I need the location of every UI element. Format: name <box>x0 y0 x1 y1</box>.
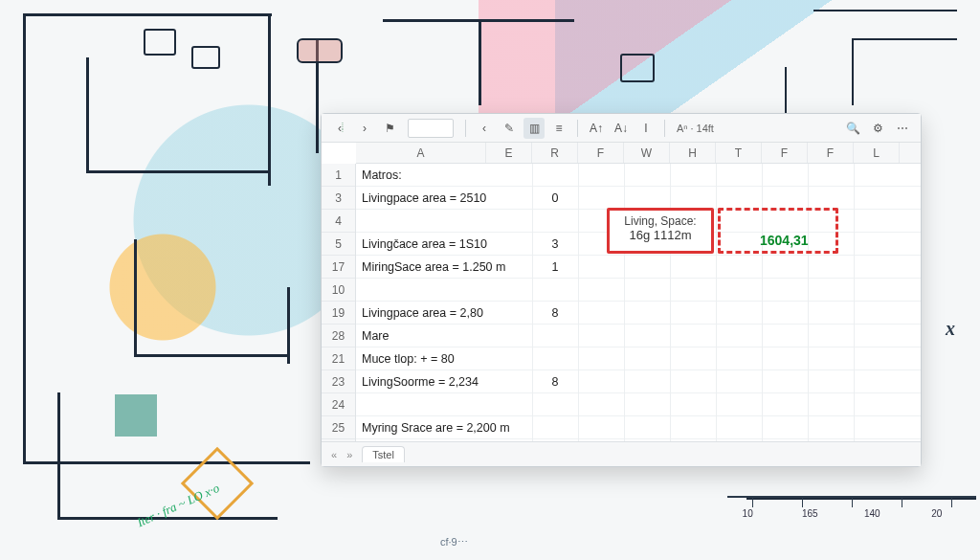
ruler-tick-label: 20 <box>931 509 942 519</box>
table-row[interactable]: Myring Srace are = 2,200 m <box>356 416 921 439</box>
name-box[interactable] <box>408 119 454 138</box>
row-header[interactable]: 23 <box>322 370 355 393</box>
row-headers[interactable]: 1 3 4 5 17 10 19 28 21 23 24 25 26 <box>322 164 356 441</box>
row-header[interactable]: 3 <box>322 187 355 210</box>
column-header[interactable]: R <box>532 143 578 163</box>
row-header[interactable]: 17 <box>322 256 355 279</box>
cell-value[interactable]: 3 <box>532 233 578 255</box>
highlight-result: 1604,31 <box>760 233 809 248</box>
cell-value[interactable]: 1 <box>532 256 578 278</box>
cell-grid[interactable]: A E R F W H T F F L M C D 1 3 4 5 17 10 … <box>322 143 921 441</box>
cell-value[interactable]: 0 <box>532 187 578 209</box>
table-row[interactable] <box>356 393 921 416</box>
ruler-tick-label: 140 <box>864 509 880 519</box>
row-header[interactable]: 10 <box>322 279 355 302</box>
table-row[interactable]: LivingSoorme = 2,2348 <box>356 370 921 393</box>
cells-area[interactable]: Matros: Livingpace area = 25100 Livingča… <box>356 164 921 441</box>
pen-icon[interactable]: ✎ <box>499 118 520 139</box>
table-row[interactable]: Muce tlop: + = 80 <box>356 347 921 370</box>
row-header[interactable]: 21 <box>322 347 355 370</box>
cell-text[interactable]: Livingčace area = 1S10 <box>356 233 532 255</box>
cell-text[interactable]: Muce tlop: + = 80 <box>356 347 532 370</box>
column-header[interactable]: W <box>624 143 670 163</box>
zoom-readout: Aⁿ · 14ft <box>677 123 714 134</box>
column-header[interactable]: A <box>356 143 486 163</box>
sheet-next-button[interactable]: » <box>346 449 352 460</box>
cell-text[interactable]: Matros: <box>356 164 532 186</box>
table-row[interactable]: Livingpace area = 2,808 <box>356 302 921 325</box>
forward-button[interactable]: › <box>354 118 375 139</box>
ruler: 10 165 140 20 <box>727 496 976 521</box>
italic-button[interactable]: I <box>635 118 657 139</box>
table-row[interactable]: MiringSace area = 1.250 m1 <box>356 256 921 279</box>
toolbar-separator <box>577 120 578 137</box>
furniture-outline <box>620 54 655 82</box>
row-header[interactable]: 26 <box>322 439 355 441</box>
cell-text[interactable] <box>356 210 532 232</box>
cell-text[interactable] <box>356 279 532 301</box>
align-button[interactable]: ≡ <box>548 118 569 139</box>
highlight-title: Living, Space: <box>610 211 711 228</box>
cell-text[interactable] <box>356 439 532 441</box>
row-header[interactable]: 5 <box>322 233 355 256</box>
font-increase-button[interactable]: A↑ <box>586 118 607 139</box>
row-header[interactable]: 24 <box>322 393 355 416</box>
sheet-prev-button[interactable]: « <box>331 449 337 460</box>
search-icon[interactable]: 🔍 <box>842 118 863 139</box>
sheet-tab[interactable]: Tstel <box>362 446 405 462</box>
cell-text[interactable]: Livingpace area = 2510 <box>356 187 532 209</box>
cell-text[interactable]: LivingSoorme = 2,234 <box>356 370 532 392</box>
cell-value[interactable] <box>532 279 578 301</box>
cell-text[interactable]: MiringSace area = 1.250 m <box>356 256 532 278</box>
cell-value[interactable] <box>532 347 578 370</box>
flag-icon[interactable]: ⚑ <box>379 118 400 139</box>
ruler-tick-label: 10 <box>743 509 753 519</box>
table-row[interactable]: Mare <box>356 325 921 347</box>
column-header[interactable]: E <box>486 143 532 163</box>
column-header[interactable]: T <box>716 143 762 163</box>
table-row[interactable] <box>356 279 921 302</box>
grid-toggle-button[interactable]: ▥ <box>523 118 545 139</box>
cell-text[interactable]: Myring Srace are = 2,200 m <box>356 416 532 438</box>
row-header[interactable]: 1 <box>322 164 355 187</box>
column-header[interactable]: F <box>762 143 808 163</box>
cell-text[interactable] <box>356 393 532 415</box>
toolbar-separator <box>465 120 466 137</box>
cell-value[interactable]: 8 <box>532 370 578 392</box>
table-row[interactable]: Matros: <box>356 164 921 187</box>
furniture-outline <box>191 46 220 69</box>
table-row[interactable] <box>356 439 921 441</box>
settings-icon[interactable]: ⚙ <box>867 118 888 139</box>
column-header[interactable]: L <box>854 143 900 163</box>
sheet-footer: « » Tstel <box>322 441 921 466</box>
cell-value[interactable]: 8 <box>532 302 578 324</box>
ruler-tick-label: 165 <box>802 509 818 519</box>
column-headers[interactable]: A E R F W H T F F L M C D <box>356 143 921 164</box>
row-header[interactable]: 25 <box>322 416 355 439</box>
cell-value[interactable] <box>532 416 578 438</box>
toolbar-separator <box>664 120 665 137</box>
window-handle-icon: ⸽ <box>339 120 345 135</box>
spreadsheet-window: ⸽ ‹ › ⚑ ‹ ✎ ▥ ≡ A↑ A↓ I Aⁿ · 14ft 🔍 ⚙ ⋯ … <box>321 113 922 467</box>
table-row[interactable]: Livingpace area = 25100 <box>356 187 921 210</box>
more-icon[interactable]: ⋯ <box>892 118 913 139</box>
row-header[interactable]: 4 <box>322 210 355 233</box>
small-note: cf·9⋯ <box>440 536 468 549</box>
highlight-value: 16g 1112m <box>610 228 711 242</box>
cell-value[interactable] <box>532 325 578 347</box>
cell-text[interactable]: Mare <box>356 325 532 347</box>
row-header[interactable]: 19 <box>322 302 355 325</box>
font-decrease-button[interactable]: A↓ <box>611 118 632 139</box>
column-header[interactable]: H <box>670 143 716 163</box>
undo-button[interactable]: ‹ <box>474 118 495 139</box>
column-header[interactable]: F <box>808 143 854 163</box>
teal-square <box>115 394 157 437</box>
cell-value[interactable] <box>532 210 578 232</box>
cell-value[interactable] <box>532 164 578 186</box>
cell-value[interactable] <box>532 439 578 441</box>
column-header[interactable]: F <box>578 143 624 163</box>
cell-text[interactable]: Livingpace area = 2,80 <box>356 302 532 324</box>
row-header[interactable]: 28 <box>322 325 355 347</box>
cell-value[interactable] <box>532 393 578 415</box>
column-header[interactable] <box>900 143 921 163</box>
